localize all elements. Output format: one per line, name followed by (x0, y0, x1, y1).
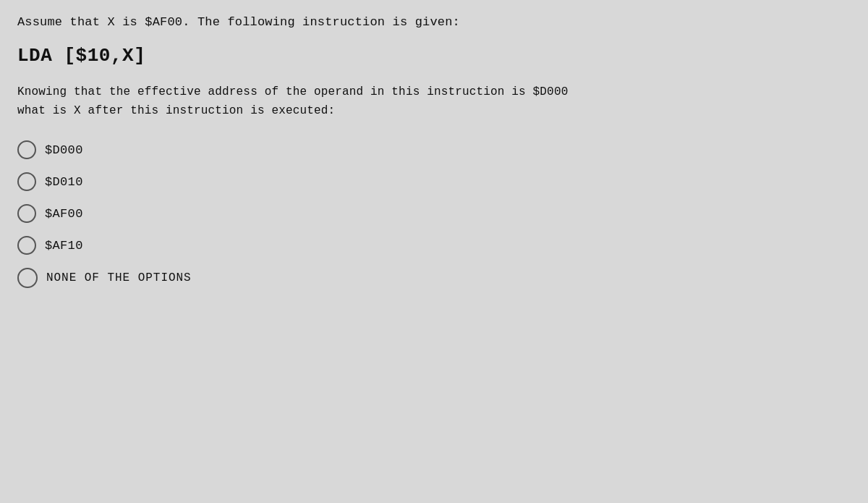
radio-inner-3 (22, 209, 32, 219)
question-line1: Knowing that the effective address of th… (17, 85, 568, 98)
radio-button-1[interactable] (17, 140, 36, 159)
option-label-4: $AF10 (45, 239, 83, 253)
radio-inner-5 (23, 274, 33, 283)
radio-inner-2 (22, 177, 32, 187)
radio-button-2[interactable] (17, 172, 36, 191)
option-label-1: $D000 (45, 143, 83, 157)
option-label-3: $AF00 (45, 207, 83, 221)
instruction-block: LDA [$10,X] (17, 45, 851, 67)
intro-text: Assume that X is $AF00. The following in… (17, 13, 851, 32)
option-item-4[interactable]: $AF10 (17, 236, 851, 255)
question-line2: what is X after this instruction is exec… (17, 104, 335, 117)
radio-inner-4 (22, 241, 32, 250)
option-label-2: $D010 (45, 175, 83, 189)
radio-button-3[interactable] (17, 204, 36, 223)
option-item-2[interactable]: $D010 (17, 172, 851, 191)
option-label-5: NONE OF THE OPTIONS (46, 271, 192, 284)
question-text: Knowing that the effective address of th… (17, 83, 851, 121)
radio-button-5[interactable] (17, 268, 38, 288)
radio-button-4[interactable] (17, 236, 36, 255)
option-item-5[interactable]: NONE OF THE OPTIONS (17, 268, 851, 288)
radio-inner-1 (22, 145, 32, 155)
option-item-3[interactable]: $AF00 (17, 204, 851, 223)
options-list: $D000$D010$AF00$AF10NONE OF THE OPTIONS (17, 140, 851, 288)
option-item-1[interactable]: $D000 (17, 140, 851, 159)
